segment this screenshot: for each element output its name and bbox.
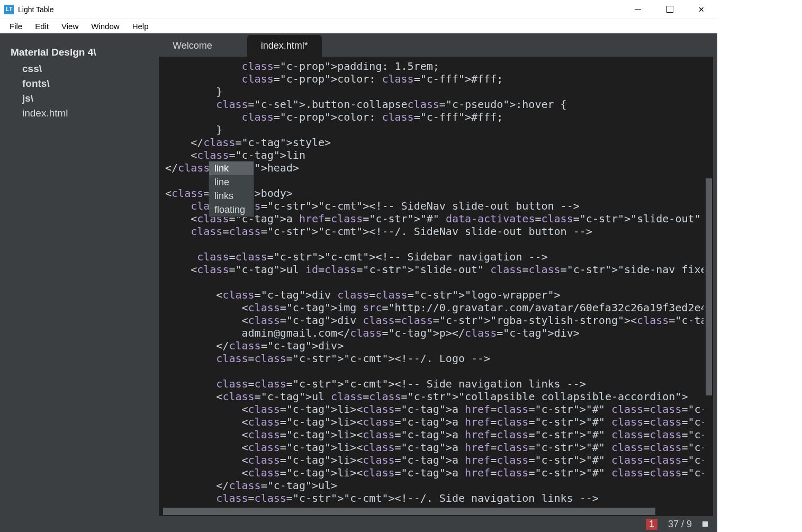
error-count[interactable]: 1	[646, 519, 657, 530]
minimize-button[interactable]	[622, 0, 654, 19]
ac-item-line[interactable]: line	[209, 175, 254, 189]
tab-row: Welcome index.html*	[159, 33, 717, 57]
window-right-gutter	[717, 0, 802, 532]
tree-folder-css[interactable]: css\	[11, 61, 148, 76]
autocomplete-popup: link line links floating	[209, 161, 254, 217]
tab-welcome[interactable]: Welcome	[159, 35, 226, 57]
tree-folder-js[interactable]: js\	[11, 91, 148, 106]
tree-file-index[interactable]: index.html	[11, 106, 148, 121]
editor-wrap: class="c-prop">padding: 1.5rem; class="c…	[159, 57, 713, 516]
status-marker-icon	[702, 521, 708, 527]
horizontal-scrollbar[interactable]	[163, 508, 655, 515]
menu-edit[interactable]: Edit	[29, 21, 55, 32]
window-title: Light Table	[18, 5, 53, 14]
cursor-position: 37 / 9	[668, 519, 692, 530]
code-editor[interactable]: class="c-prop">padding: 1.5rem; class="c…	[159, 57, 704, 504]
file-tree: Material Design 4\ css\ fonts\ js\ index…	[0, 33, 159, 532]
vertical-scrollbar[interactable]	[706, 178, 712, 395]
ac-item-links[interactable]: links	[209, 189, 254, 203]
app-icon: LT	[4, 5, 14, 14]
menu-file[interactable]: File	[3, 21, 29, 32]
close-button[interactable]: ✕	[686, 0, 717, 19]
maximize-button[interactable]	[654, 0, 686, 19]
editor-column: Welcome index.html* class="c-prop">paddi…	[159, 33, 717, 532]
ac-item-floating[interactable]: floating	[209, 203, 254, 217]
window-controls: ✕	[622, 0, 717, 19]
status-bar: 1 37 / 9	[159, 516, 717, 532]
menu-help[interactable]: Help	[126, 21, 155, 32]
titlebar: LT Light Table ✕	[0, 0, 717, 19]
menu-window[interactable]: Window	[85, 21, 125, 32]
tree-folder-fonts[interactable]: fonts\	[11, 76, 148, 91]
ac-item-link[interactable]: link	[209, 161, 254, 175]
tab-index[interactable]: index.html*	[247, 35, 322, 57]
menu-bar: File Edit View Window Help	[0, 19, 717, 33]
project-root[interactable]: Material Design 4\	[11, 47, 148, 58]
app-body: Material Design 4\ css\ fonts\ js\ index…	[0, 33, 717, 532]
menu-view[interactable]: View	[55, 21, 85, 32]
